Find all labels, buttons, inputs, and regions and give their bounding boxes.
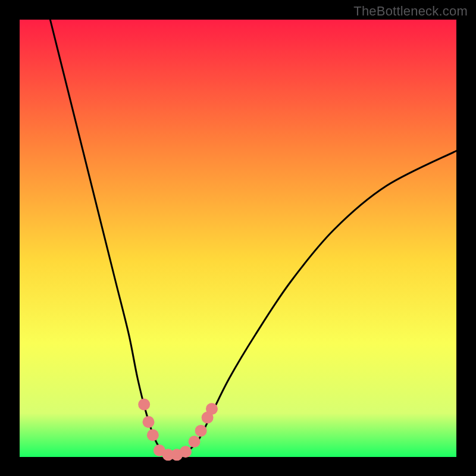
curve-marker xyxy=(180,446,192,458)
curve-marker xyxy=(206,403,218,415)
watermark-text: TheBottleneck.com xyxy=(353,4,468,19)
curve-marker xyxy=(189,436,201,447)
curve-marker xyxy=(147,429,159,441)
bottleneck-chart xyxy=(0,0,476,476)
plot-area xyxy=(20,20,456,457)
curve-marker xyxy=(143,416,155,428)
curve-marker xyxy=(138,399,150,411)
chart-frame: TheBottleneck.com xyxy=(0,0,476,476)
curve-marker xyxy=(195,425,207,437)
